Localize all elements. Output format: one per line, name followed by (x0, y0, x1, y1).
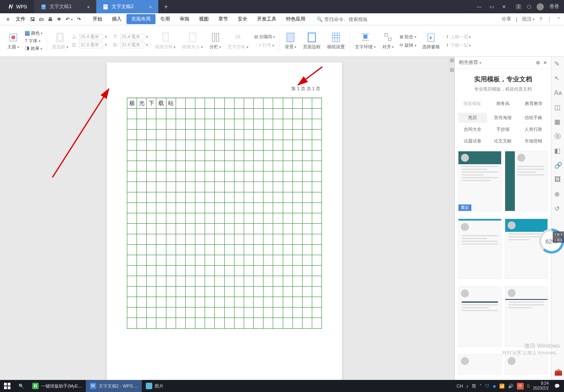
category-市场营销[interactable]: 市场营销 (519, 136, 548, 146)
ime-badge[interactable]: CH (456, 384, 463, 388)
panel-settings-icon[interactable]: ⚙ (536, 60, 540, 66)
tray-ime-cn[interactable]: 中 (517, 383, 524, 390)
tab-section[interactable]: 章节 (214, 14, 233, 24)
outline-icon[interactable]: ◧ (554, 147, 562, 154)
tab-doc1[interactable]: 文字文稿1 ● (34, 0, 96, 13)
hamburger-icon[interactable]: ≡ (3, 17, 12, 22)
select-pane-button[interactable]: 选择窗格 (419, 27, 443, 55)
print-icon[interactable]: 🖶 (48, 17, 53, 22)
category-合同大全[interactable]: 合同大全 (458, 124, 487, 134)
panel-close-icon[interactable]: ✕ (543, 60, 547, 66)
taskbar-app-3[interactable]: 图片 (142, 380, 168, 392)
font-button[interactable]: T 字体 (25, 38, 43, 44)
category-简历[interactable]: 简历 (458, 113, 487, 123)
template-item[interactable] (505, 287, 548, 347)
clock[interactable]: 9:24 2023/2/2 (533, 381, 551, 391)
open-icon[interactable]: 🗁 (39, 17, 44, 22)
close-icon[interactable]: ● (149, 4, 152, 10)
file-menu[interactable]: 文件 (12, 16, 29, 23)
break-button[interactable]: ⊟ 分隔符 (254, 34, 276, 40)
margin-top-input[interactable] (79, 34, 103, 40)
manuscript-button[interactable]: 稿纸设置 (324, 27, 348, 55)
group-button[interactable]: ⊞ 组合 (400, 34, 417, 40)
category-论文文献[interactable]: 论文文献 (489, 136, 518, 146)
link-icon[interactable]: 🔗 (554, 161, 562, 169)
category-人资行政[interactable]: 人资行政 (519, 124, 548, 134)
tab-pagelayout[interactable]: 页面布局 (126, 14, 156, 24)
rotate-button[interactable]: ⟳ 旋转 (400, 42, 417, 48)
orientation-button[interactable]: 纸张方向 (152, 27, 179, 55)
template-item[interactable]: 最近 (458, 151, 502, 211)
start-button[interactable] (0, 380, 15, 392)
history-icon[interactable]: ↺ (554, 205, 562, 212)
text-wrap-button[interactable]: 文字环绕 (352, 27, 379, 55)
tray-security-icon[interactable]: 🛡 (485, 384, 489, 388)
tab-devtools[interactable]: 开发工具 (252, 14, 281, 24)
minimize-icon[interactable]: — (477, 4, 481, 10)
print-preview-icon[interactable]: 👁 (57, 17, 62, 22)
taskbar-app-2[interactable]: W文字文稿2 - WPS ... (86, 380, 142, 392)
search-input[interactable] (324, 17, 373, 22)
move-up-button[interactable]: ⬆ 上移一层 (446, 34, 471, 40)
scroll-nub[interactable] (450, 68, 454, 72)
table-icon[interactable]: ▦ (554, 118, 562, 125)
page-border-button[interactable]: 页面边框 (300, 27, 324, 55)
margin-right-input[interactable] (120, 42, 144, 48)
cursor-icon[interactable]: ↖ (554, 74, 562, 82)
style-icon[interactable]: Aᴀ (554, 89, 562, 96)
scroll-nub[interactable] (450, 58, 454, 62)
background-button[interactable]: 背景 (282, 27, 300, 55)
tab-doc2[interactable]: 文字文稿2 ● (96, 0, 158, 13)
template-item[interactable] (458, 219, 502, 279)
color-button[interactable]: 颜色 (25, 30, 43, 36)
taskbar-app-1[interactable]: R一键排版助手(MyE... (28, 380, 86, 392)
search-button[interactable]: 🔍 (15, 380, 28, 392)
margin-left-input[interactable] (79, 42, 103, 48)
maximize-icon[interactable]: ▭ (489, 4, 494, 10)
tab-special[interactable]: 特色应用 (281, 14, 310, 24)
tab-view[interactable]: 视图 (194, 14, 214, 24)
paper-size-button[interactable]: 纸张大小 (179, 27, 206, 55)
template-item[interactable] (458, 287, 502, 347)
category-手抄报[interactable]: 手抄报 (489, 124, 518, 134)
template-item[interactable] (505, 151, 548, 211)
notification-center-icon[interactable]: 💬 (554, 384, 560, 389)
tray-network-icon[interactable]: 📶 (499, 384, 505, 389)
page-margin-button[interactable]: 页边距 (49, 27, 72, 55)
pencil-icon[interactable]: ✎ (554, 60, 562, 67)
close-window-icon[interactable]: ✕ (502, 4, 506, 10)
template-item[interactable] (505, 354, 548, 374)
move-down-button[interactable]: ⬇ 下移一层 (446, 42, 471, 48)
effect-button[interactable]: ◑ 效果 (25, 45, 43, 52)
tab-start[interactable]: 开始 (88, 14, 107, 24)
manuscript-grid[interactable]: 极光下载站 (127, 98, 322, 329)
page-container[interactable]: 第 1 页 共 1 页 极光下载站 (0, 57, 449, 380)
tab-insert[interactable]: 插入 (107, 14, 126, 24)
avatar[interactable] (537, 3, 544, 10)
template-item[interactable] (458, 354, 502, 374)
align-button[interactable]: 对齐 (379, 27, 398, 55)
tray-volume-icon[interactable]: 🔊 (508, 384, 514, 389)
line-number-button[interactable]: ⋮≡ 行号 (254, 42, 276, 48)
share-button[interactable]: 分享 (502, 16, 511, 23)
image-icon[interactable]: 🖼 (554, 176, 562, 183)
category-信纸手账[interactable]: 信纸手账 (519, 113, 548, 123)
panel-title[interactable]: 稻壳推荐 (459, 59, 481, 66)
help-icon[interactable]: ? (539, 17, 542, 22)
template-tab-biz[interactable]: 商务风 (489, 99, 517, 109)
category-试题试卷[interactable]: 试题试卷 (458, 136, 487, 146)
theme-button[interactable]: 主题 (4, 27, 23, 55)
close-icon[interactable]: ● (87, 4, 90, 10)
more-icon[interactable]: ⋮ (547, 17, 552, 22)
text-direction-button[interactable]: IA文字方向 (224, 27, 252, 55)
tab-security[interactable]: 安全 (233, 14, 252, 24)
find-icon[interactable]: ⓐ (554, 132, 562, 140)
scroll-track[interactable] (449, 57, 454, 380)
skin-icon[interactable]: ⬡ (527, 4, 531, 10)
new-tab-button[interactable]: + (158, 3, 173, 10)
margin-bottom-input[interactable] (120, 34, 144, 40)
notification-badge[interactable]: 2 (516, 4, 521, 9)
template-search-tab[interactable]: 搜索模板 (458, 99, 486, 109)
ime-mode2[interactable]: 简 (472, 383, 476, 389)
template-tab-edu[interactable]: 教育教学 (520, 99, 548, 109)
